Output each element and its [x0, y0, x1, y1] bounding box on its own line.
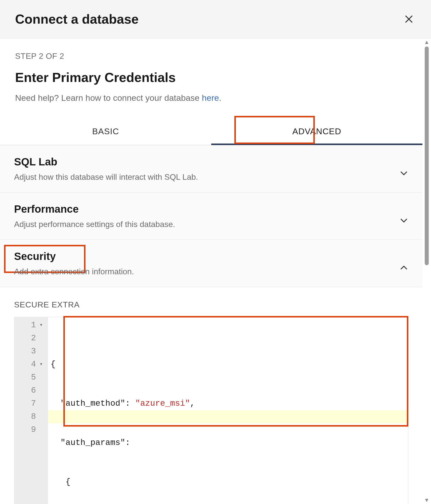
secure-extra-editor-wrap: 1 2 3 4 5 6 7 8 9 ▾ — [14, 317, 408, 504]
help-suffix: . — [219, 93, 221, 103]
code-line: { — [51, 358, 406, 371]
section-performance: Performance Adjust performance settings … — [0, 193, 422, 240]
fold-marker — [39, 332, 46, 345]
fold-marker — [39, 345, 46, 358]
help-text: Need help? Learn how to connect your dat… — [0, 93, 422, 103]
fold-marker — [39, 384, 46, 397]
section-sql-lab-title: SQL Lab — [14, 156, 57, 168]
chevron-down-icon — [399, 216, 408, 225]
close-button[interactable] — [402, 12, 416, 26]
fold-marker — [39, 371, 46, 384]
chevron-down-icon — [399, 169, 408, 178]
section-security-desc: Add extra connection information. — [14, 267, 134, 276]
fold-marker — [39, 423, 46, 436]
editor-fold-column: ▾ ▾ — [39, 317, 48, 504]
code-line: "auth_method": "azure_msi", — [51, 397, 406, 410]
line-number: 3 — [19, 345, 36, 358]
section-security-body: SECURE EXTRA 1 2 3 4 5 6 7 — [0, 287, 422, 504]
line-number: 7 — [19, 397, 36, 410]
code-line: { — [51, 476, 406, 489]
secure-extra-label: SECURE EXTRA — [14, 300, 408, 309]
section-security-title: Security — [14, 250, 56, 262]
section-security: Security Add extra connection informatio… — [0, 240, 422, 287]
secure-extra-editor[interactable]: 1 2 3 4 5 6 7 8 9 ▾ — [14, 317, 408, 504]
modal-header: Connect a database — [0, 0, 431, 38]
line-number: 5 — [19, 371, 36, 384]
page-title: Enter Primary Credentials — [0, 70, 422, 85]
modal-title: Connect a database — [15, 12, 139, 27]
modal-body: STEP 2 OF 2 Enter Primary Credentials Ne… — [0, 38, 422, 504]
tab-basic[interactable]: BASIC — [0, 118, 211, 145]
line-number: 2 — [19, 332, 36, 345]
help-link[interactable]: here — [202, 93, 219, 103]
scroll-up-arrow-icon[interactable]: ▲ — [424, 39, 429, 45]
scroll-down-arrow-icon[interactable]: ▼ — [424, 497, 429, 503]
help-prefix: Need help? Learn how to connect your dat… — [15, 93, 202, 103]
line-number: 8 — [19, 410, 36, 423]
section-performance-header[interactable]: Performance Adjust performance settings … — [14, 203, 408, 229]
code-line: "auth_params": — [51, 436, 406, 449]
fold-marker — [39, 410, 46, 423]
section-performance-desc: Adjust performance settings of this data… — [14, 220, 175, 229]
scrollbar[interactable]: ▲ ▼ — [422, 38, 431, 504]
fold-marker-icon[interactable]: ▾ — [39, 319, 46, 332]
editor-active-line — [48, 410, 408, 423]
scroll-track[interactable] — [424, 47, 429, 496]
fold-marker-icon[interactable]: ▾ — [39, 358, 46, 371]
editor-code[interactable]: { "auth_method": "azure_msi", "auth_para… — [48, 317, 408, 504]
section-sql-lab-header[interactable]: SQL Lab Adjust how this database will in… — [14, 156, 408, 182]
tab-advanced[interactable]: ADVANCED — [211, 118, 422, 145]
fold-marker — [39, 397, 46, 410]
chevron-up-icon — [399, 263, 408, 272]
modal-body-outer: STEP 2 OF 2 Enter Primary Credentials Ne… — [0, 38, 431, 504]
line-number: 9 — [19, 423, 36, 436]
advanced-accordion: SQL Lab Adjust how this database will in… — [0, 145, 422, 504]
section-sql-lab: SQL Lab Adjust how this database will in… — [0, 145, 422, 193]
section-performance-title: Performance — [14, 203, 79, 215]
tabs: BASIC ADVANCED — [0, 118, 422, 145]
line-number: 6 — [19, 384, 36, 397]
step-indicator: STEP 2 OF 2 — [0, 52, 422, 61]
editor-gutter: 1 2 3 4 5 6 7 8 9 — [14, 317, 39, 504]
close-icon — [404, 14, 414, 24]
section-sql-lab-desc: Adjust how this database will interact w… — [14, 172, 198, 182]
scroll-thumb[interactable] — [425, 47, 429, 265]
section-security-header[interactable]: Security Add extra connection informatio… — [14, 250, 408, 276]
line-number: 4 — [19, 358, 36, 371]
connect-database-modal: Connect a database STEP 2 OF 2 Enter Pri… — [0, 0, 431, 504]
line-number: 1 — [19, 319, 36, 332]
